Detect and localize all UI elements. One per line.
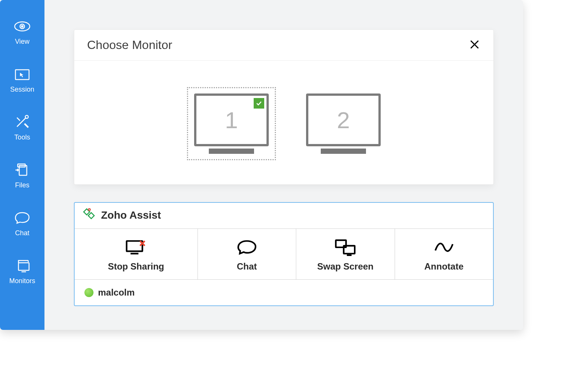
sidebar-item-label: View: [15, 38, 30, 46]
monitor-number: 2: [337, 107, 350, 133]
svg-point-2: [21, 26, 23, 27]
app-window: View Session Tools: [0, 0, 523, 330]
assist-action-row: Stop Sharing Chat: [75, 228, 493, 280]
close-icon: [469, 45, 481, 52]
assist-title-row: Zoho Assist: [75, 203, 493, 228]
monitor-icon: 2: [306, 93, 381, 154]
choose-monitor-header: Choose Monitor: [74, 30, 493, 61]
monitor-option-2[interactable]: 2: [306, 93, 381, 154]
sidebar-item-label: Chat: [15, 229, 29, 237]
zoho-assist-logo-icon: [81, 207, 97, 223]
action-label: Swap Screen: [317, 261, 374, 272]
assist-title: Zoho Assist: [101, 209, 161, 221]
monitor-icon: 1: [194, 93, 269, 154]
monitor-stand: [321, 149, 366, 154]
multi-monitor-icon: [13, 258, 31, 275]
user-name: malcolm: [98, 287, 135, 298]
main-content: Choose Monitor 1: [44, 0, 523, 330]
annotate-button[interactable]: Annotate: [395, 229, 493, 279]
sidebar-item-label: Files: [15, 181, 29, 189]
svg-rect-12: [127, 241, 142, 251]
action-label: Chat: [237, 261, 257, 272]
svg-point-4: [25, 115, 28, 118]
sidebar: View Session Tools: [0, 0, 44, 330]
eye-icon: [13, 19, 31, 35]
stop-sharing-icon: [124, 239, 148, 257]
assist-panel: Zoho Assist Stop Sharing: [74, 202, 494, 306]
user-row: malcolm: [75, 280, 493, 305]
status-online-icon: [84, 288, 93, 297]
check-icon: [254, 98, 264, 109]
sidebar-item-label: Tools: [14, 133, 30, 141]
svg-rect-7: [18, 263, 29, 270]
choose-monitor-body: 1 2: [74, 61, 493, 184]
sidebar-item-files[interactable]: Files: [13, 162, 31, 189]
sidebar-item-view[interactable]: View: [13, 19, 31, 46]
monitor-stand: [209, 149, 254, 154]
chat-button[interactable]: Chat: [198, 229, 296, 279]
choose-monitor-title: Choose Monitor: [87, 38, 172, 52]
stop-sharing-button[interactable]: Stop Sharing: [75, 229, 198, 279]
sidebar-item-session[interactable]: Session: [10, 67, 34, 93]
swap-screen-icon: [333, 239, 357, 257]
sidebar-item-monitors[interactable]: Monitors: [9, 258, 35, 285]
chat-bubble-icon: [13, 210, 31, 227]
monitor-pointer-icon: [13, 67, 31, 83]
close-button[interactable]: [469, 38, 481, 52]
chat-bubble-icon: [235, 239, 259, 257]
svg-point-11: [89, 209, 90, 211]
tools-icon: [13, 115, 31, 131]
swap-screen-button[interactable]: Swap Screen: [296, 229, 395, 279]
sidebar-item-tools[interactable]: Tools: [13, 115, 31, 141]
sidebar-item-label: Monitors: [9, 277, 35, 285]
files-icon: [13, 162, 31, 179]
action-label: Annotate: [424, 261, 464, 272]
choose-monitor-panel: Choose Monitor 1: [74, 29, 494, 185]
monitor-option-1[interactable]: 1: [187, 87, 276, 160]
annotate-icon: [432, 239, 456, 257]
action-label: Stop Sharing: [108, 261, 164, 272]
sidebar-item-chat[interactable]: Chat: [13, 210, 31, 237]
monitor-number: 1: [225, 107, 238, 133]
sidebar-item-label: Session: [10, 86, 34, 93]
